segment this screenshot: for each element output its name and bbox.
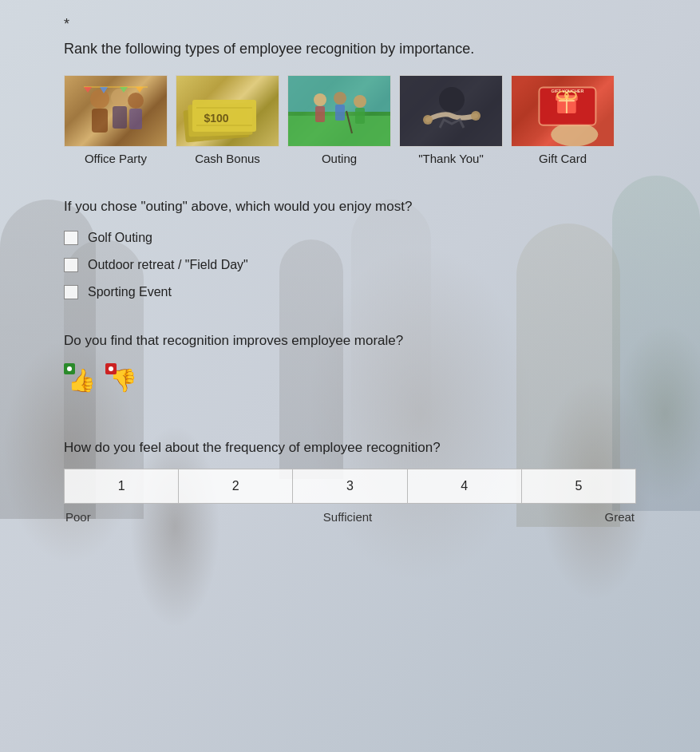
svg-point-20 xyxy=(314,93,326,106)
svg-point-28 xyxy=(439,87,465,113)
ranking-container: Office Party $100 Cash Bonus xyxy=(64,75,636,165)
checkbox-label-sporting: Sporting Event xyxy=(88,285,172,299)
svg-rect-3 xyxy=(113,106,127,129)
ranking-image-gift-card[interactable]: GIFT VOUCHER xyxy=(511,75,615,147)
ranking-item-office-party[interactable]: Office Party xyxy=(64,75,168,165)
rating-cell-5[interactable]: 5 xyxy=(521,469,636,504)
svg-rect-5 xyxy=(129,109,142,129)
svg-point-29 xyxy=(423,115,433,125)
badge-dot-up xyxy=(67,366,72,371)
rating-cell-1[interactable]: 1 xyxy=(64,469,178,504)
rating-label-mid: Sufficient xyxy=(323,510,372,524)
checkbox-label-golf: Golf Outing xyxy=(88,231,152,245)
svg-marker-7 xyxy=(84,87,92,93)
badge-dot-down xyxy=(109,366,113,371)
ranking-label-thank-you: "Thank You" xyxy=(418,152,484,165)
thumbs-down-button[interactable]: 👎 xyxy=(105,363,140,398)
ranking-question: Rank the following types of employee rec… xyxy=(64,39,636,59)
checkbox-item-sporting[interactable]: Sporting Event xyxy=(64,285,636,299)
checkbox-item-golf[interactable]: Golf Outing xyxy=(64,231,636,245)
checkbox-sporting[interactable] xyxy=(64,285,78,299)
ranking-item-cash-bonus[interactable]: $100 Cash Bonus xyxy=(176,75,279,165)
thumbs-up-badge xyxy=(64,363,75,374)
office-party-image xyxy=(65,76,167,146)
checkbox-item-outdoor[interactable]: Outdoor retreat / "Field Day" xyxy=(64,258,636,272)
frequency-question: How do you feel about the frequency of e… xyxy=(64,438,636,457)
ranking-item-thank-you[interactable]: "Thank You" xyxy=(399,75,503,165)
svg-rect-21 xyxy=(315,106,325,122)
checkbox-golf[interactable] xyxy=(64,231,78,245)
ranking-item-gift-card[interactable]: GIFT VOUCHER Gift Card xyxy=(511,75,615,165)
outing-image xyxy=(288,76,390,146)
svg-point-22 xyxy=(334,92,346,105)
required-star: * xyxy=(64,16,636,33)
svg-point-2 xyxy=(111,89,129,106)
svg-point-24 xyxy=(354,95,366,108)
survey-content: * Rank the following types of employee r… xyxy=(0,0,700,556)
ranking-label-cash-bonus: Cash Bonus xyxy=(195,152,260,165)
morale-question: Do you find that recognition improves em… xyxy=(64,331,636,350)
svg-text:$100: $100 xyxy=(204,112,228,125)
cash-bonus-image: $100 xyxy=(176,76,279,146)
ranking-image-outing[interactable] xyxy=(287,75,391,147)
outing-question: If you chose "outing" above, which would… xyxy=(64,197,636,216)
outing-options: Golf Outing Outdoor retreat / "Field Day… xyxy=(64,231,636,299)
svg-text:GIFT VOUCHER: GIFT VOUCHER xyxy=(551,89,583,94)
thumb-row: 👍 👎 xyxy=(64,363,636,398)
checkbox-outdoor[interactable] xyxy=(64,258,78,272)
rating-cell-2[interactable]: 2 xyxy=(178,469,292,504)
svg-point-30 xyxy=(471,111,481,121)
rating-cell-4[interactable]: 4 xyxy=(407,469,521,504)
ranking-item-outing[interactable]: Outing xyxy=(287,75,391,165)
svg-marker-10 xyxy=(136,87,144,93)
rating-label-high: Great xyxy=(604,510,635,524)
ranking-image-office-party[interactable] xyxy=(64,75,168,147)
rating-row: 1 2 3 4 5 xyxy=(64,469,636,504)
svg-rect-25 xyxy=(355,108,365,124)
ranking-image-thank-you[interactable] xyxy=(399,75,503,147)
svg-point-32 xyxy=(551,123,598,147)
svg-point-0 xyxy=(90,89,109,109)
checkbox-label-outdoor: Outdoor retreat / "Field Day" xyxy=(88,258,248,272)
rating-labels: Poor Sufficient Great xyxy=(64,510,636,524)
ranking-label-outing: Outing xyxy=(322,152,357,165)
svg-point-4 xyxy=(128,93,144,109)
ranking-label-office-party: Office Party xyxy=(85,152,147,165)
svg-rect-23 xyxy=(335,105,345,121)
thumbs-up-button[interactable]: 👍 xyxy=(64,363,99,398)
ranking-image-cash-bonus[interactable]: $100 xyxy=(176,75,279,147)
rating-label-low: Poor xyxy=(65,510,91,524)
ranking-label-gift-card: Gift Card xyxy=(539,152,587,165)
thumbs-down-badge xyxy=(105,363,117,374)
gift-card-image: GIFT VOUCHER xyxy=(512,76,614,146)
thank-you-image xyxy=(400,76,502,146)
svg-rect-1 xyxy=(92,109,108,133)
rating-cell-3[interactable]: 3 xyxy=(292,469,406,504)
